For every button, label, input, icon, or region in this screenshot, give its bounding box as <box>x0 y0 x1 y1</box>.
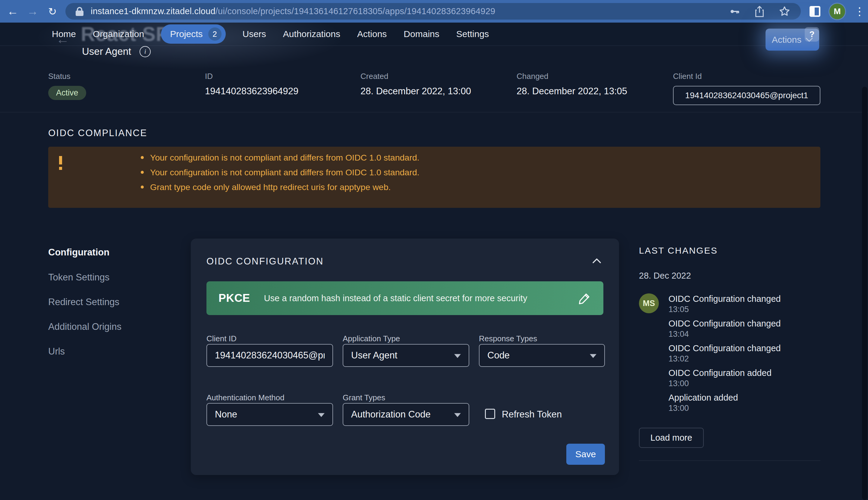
nav-item-users[interactable]: Users <box>243 29 266 39</box>
nav-item-home[interactable]: Home <box>52 29 76 39</box>
response-types-select[interactable]: Code <box>479 344 605 367</box>
client-id-input[interactable] <box>215 350 325 361</box>
side-panel-icon[interactable] <box>810 6 820 17</box>
warning-item: Your configuration is not compliant and … <box>138 153 419 162</box>
nav-item-actions[interactable]: Actions <box>357 29 387 39</box>
actions-button-label: Actions <box>772 35 801 45</box>
event-time: 13:05 <box>668 305 781 315</box>
help-button[interactable]: ? <box>805 27 819 42</box>
sidebar-item-redirect-settings[interactable]: Redirect Settings <box>48 297 119 308</box>
zitadel-console-screen: ← → ↻ instance1-dkmnzw.zitadel.cloud/ui/… <box>0 0 868 500</box>
meta-created: Created 28. December 2022, 13:00 <box>360 72 471 97</box>
event-time: 13:00 <box>668 379 781 388</box>
info-icon[interactable]: i <box>140 46 151 57</box>
load-more-button[interactable]: Load more <box>639 428 704 448</box>
event-label: OIDC Configuration changed <box>668 318 781 329</box>
changed-label: Changed <box>516 72 627 81</box>
grant-types-select[interactable]: Authorization Code <box>343 403 469 426</box>
client-id-input-wrap <box>207 344 333 367</box>
meta-status: Status Active <box>48 72 86 100</box>
bookmark-star-icon[interactable] <box>779 5 791 18</box>
nav-item-domains[interactable]: Domains <box>403 29 439 39</box>
user-avatar: MS <box>639 293 659 313</box>
application-type-value: User Agent <box>351 350 397 361</box>
app-type-field-label: Application Type <box>343 334 400 343</box>
meta-changed: Changed 28. December 2022, 13:05 <box>516 72 627 97</box>
pkce-banner: PKCE Use a random hash instead of a stat… <box>207 281 603 315</box>
browser-profile-avatar[interactable]: M <box>830 4 845 19</box>
grant-types-field-label: Grant Types <box>343 393 385 402</box>
warning-item: Grant type code only allowed http redire… <box>138 182 419 192</box>
application-type-select[interactable]: User Agent <box>343 344 469 367</box>
created-label: Created <box>360 72 471 81</box>
browser-menu-icon[interactable]: ⋮ <box>854 6 865 17</box>
event-label: OIDC Configuration changed <box>668 293 781 305</box>
oidc-configuration-panel: OIDC CONFIGURATION PKCE Use a random has… <box>191 239 619 475</box>
created-value: 28. December 2022, 13:00 <box>360 86 471 97</box>
id-label: ID <box>205 72 298 81</box>
collapse-chevron-icon[interactable] <box>591 257 602 265</box>
grant-types-value: Authorization Code <box>351 409 431 420</box>
event-time: 13:04 <box>668 329 781 339</box>
change-event: Application added 13:00 <box>668 392 781 413</box>
header-divider <box>0 112 868 112</box>
refresh-token-checkbox[interactable] <box>485 409 495 419</box>
response-types-field-label: Response Types <box>479 334 537 343</box>
client-id-field-label: Client ID <box>207 334 237 343</box>
sidebar-item-additional-origins[interactable]: Additional Origins <box>48 321 121 332</box>
meta-client-id: Client Id 194140283624030465@project1 <box>673 72 820 105</box>
change-event: OIDC Configuration changed 13:02 <box>668 343 781 364</box>
nav-item-settings[interactable]: Settings <box>456 29 489 39</box>
edit-pencil-icon[interactable] <box>578 292 591 305</box>
client-id-label: Client Id <box>673 72 820 81</box>
event-label: Application added <box>668 392 781 403</box>
change-event: OIDC Configuration changed 13:04 <box>668 318 781 339</box>
authentication-method-select[interactable]: None <box>207 403 333 426</box>
nav-item-organization[interactable]: Organization <box>93 29 144 39</box>
auth-method-field-label: Authentication Method <box>207 393 285 402</box>
changed-value: 28. December 2022, 13:05 <box>516 86 627 97</box>
projects-count-badge: 2 <box>208 27 222 41</box>
panel-title: OIDC CONFIGURATION <box>207 256 324 267</box>
last-changes-title: LAST CHANGES <box>639 246 820 256</box>
page-scrollbar[interactable] <box>862 87 867 500</box>
share-icon[interactable] <box>754 5 765 18</box>
nav-item-projects[interactable]: Projects 2 <box>161 24 225 44</box>
meta-id: ID 194140283623964929 <box>205 72 298 97</box>
response-types-value: Code <box>487 350 510 361</box>
event-label: OIDC Configuration added <box>668 367 781 379</box>
last-changes-panel: LAST CHANGES 28. Dec 2022 MS OIDC Config… <box>639 246 820 461</box>
compliance-warning-box: Your configuration is not compliant and … <box>48 147 820 208</box>
sidebar-item-configuration[interactable]: Configuration <box>48 247 109 258</box>
nav-item-authorizations[interactable]: Authorizations <box>283 29 340 39</box>
warning-list: Your configuration is not compliant and … <box>138 153 419 197</box>
id-value: 194140283623964929 <box>205 86 298 97</box>
browser-back-icon[interactable]: ← <box>4 0 22 23</box>
event-time: 13:02 <box>668 354 781 364</box>
status-label: Status <box>48 72 86 81</box>
sidebar-item-token-settings[interactable]: Token Settings <box>48 272 109 283</box>
event-time: 13:00 <box>668 403 781 413</box>
console-top-nav: React SPA ← Home Organization Projects 2… <box>0 23 868 46</box>
change-event: OIDC Configuration added 13:00 <box>668 367 781 388</box>
pkce-badge: PKCE <box>219 292 250 305</box>
save-button[interactable]: Save <box>566 444 605 465</box>
password-key-icon[interactable] <box>728 5 741 18</box>
pkce-description: Use a random hash instead of a static cl… <box>264 293 527 303</box>
warning-icon <box>59 156 62 170</box>
client-id-chip[interactable]: 194140283624030465@project1 <box>673 86 820 105</box>
event-label: OIDC Configuration changed <box>668 343 781 354</box>
nav-item-projects-label: Projects <box>170 29 202 39</box>
sidebar-item-urls[interactable]: Urls <box>48 346 65 357</box>
warning-item: Your configuration is not compliant and … <box>138 168 419 177</box>
authentication-method-value: None <box>215 409 237 420</box>
compliance-section-title: OIDC COMPLIANCE <box>48 128 147 138</box>
refresh-token-label: Refresh Token <box>502 409 562 420</box>
app-subtitle: User Agent <box>82 46 131 57</box>
changes-divider <box>639 461 820 461</box>
changes-date: 28. Dec 2022 <box>639 271 820 281</box>
status-badge: Active <box>48 86 86 100</box>
change-event: OIDC Configuration changed 13:05 <box>668 293 781 315</box>
